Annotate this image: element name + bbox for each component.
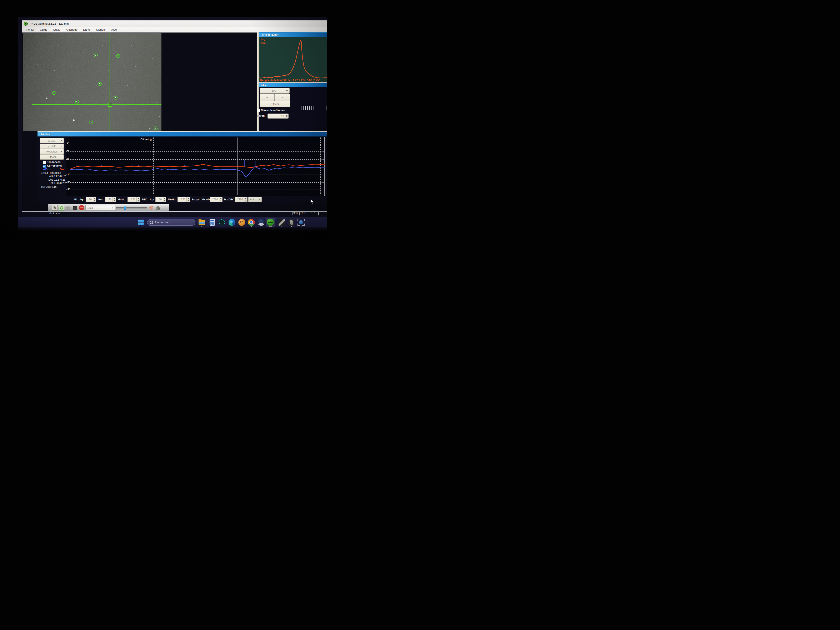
stretch-slider[interactable]	[116, 205, 147, 210]
correction-mark	[256, 161, 256, 167]
radius-label: Rayon:	[257, 114, 265, 117]
taskbar-app-grey[interactable]	[287, 218, 295, 226]
running-indicator	[251, 226, 252, 227]
guide-star-circle[interactable]	[52, 91, 56, 95]
ra-aggression-spinner[interactable]: 70	[86, 197, 96, 202]
taskbar-search[interactable]: Rechercher	[147, 219, 196, 226]
menu-item-fichier[interactable]: Fichier	[26, 28, 35, 31]
max-ra-spinner[interactable]: 2500	[210, 197, 223, 202]
loop-exposures-button[interactable]	[59, 205, 65, 211]
taskbar-settings-app[interactable]	[218, 218, 226, 226]
dec-minmove-spinner[interactable]: 0.31	[177, 197, 190, 202]
spinner-down-icon[interactable]	[286, 117, 287, 117]
taskbar-app-k[interactable]	[278, 218, 286, 226]
camera-settings-button[interactable]	[155, 205, 161, 211]
snipping-tool-icon	[297, 219, 305, 226]
dec-mode-select[interactable]: Auto	[248, 197, 262, 202]
menu-item-guide[interactable]: Guide	[40, 28, 47, 31]
menu-item-outils[interactable]: Outils	[53, 28, 60, 31]
star-profile-curve	[259, 37, 327, 82]
target-zoom-in-button[interactable]: +	[260, 94, 275, 101]
target-panel-title: Cible	[259, 83, 327, 87]
menu-item-aide[interactable]: Aide	[111, 28, 117, 31]
dec-minmove-label: MnMo	[168, 198, 175, 201]
menu-item-affichage[interactable]: Affichage	[66, 28, 77, 31]
search-icon	[150, 221, 153, 224]
guide-star-circle[interactable]	[89, 121, 93, 125]
dec-aggression-spinner[interactable]: 80	[155, 197, 166, 202]
taskbar-chrome[interactable]	[247, 218, 255, 226]
hysteresis-label: Hys	[98, 198, 103, 201]
dark-app-icon	[278, 219, 285, 226]
target-clear-button[interactable]: Effacer	[260, 101, 290, 107]
target-zoom-select[interactable]: 100	[260, 88, 290, 93]
history-clear-button[interactable]: Effacer	[40, 155, 64, 159]
spinner-up-icon[interactable]	[286, 115, 287, 115]
taskbar-calculator[interactable]	[208, 218, 216, 226]
auto-select-star-button[interactable]	[65, 205, 71, 211]
slider-handle[interactable]	[124, 206, 126, 210]
menu-item-signets[interactable]: Signets	[96, 28, 106, 31]
guide-target-icon	[72, 205, 78, 211]
hysteresis-spinner[interactable]: 10	[105, 197, 116, 202]
field-star	[38, 64, 38, 65]
radius-spinner[interactable]: 2.0	[267, 114, 289, 118]
field-star	[63, 83, 63, 84]
trend-checkbox[interactable]	[43, 161, 46, 164]
ra-minmove-spinner[interactable]: 0.31	[128, 197, 140, 202]
reference-circle-checkbox[interactable]	[257, 109, 260, 112]
begin-guiding-button[interactable]	[72, 205, 78, 211]
grey-app-icon	[289, 219, 294, 226]
guide-star-circle[interactable]	[94, 54, 98, 57]
maxdec-label: Mx DEC	[224, 198, 234, 201]
calculator-icon	[210, 219, 215, 226]
target-zoom-out-button[interactable]: -	[275, 94, 290, 101]
rms-total: Tot 0.20 (0.20")	[41, 182, 67, 185]
guide-star-circle[interactable]	[154, 126, 158, 130]
ra-aggression-label: AD : Agr	[73, 198, 84, 201]
taskbar-edge[interactable]	[228, 218, 236, 226]
running-indicator	[281, 226, 282, 227]
start-button[interactable]	[138, 219, 144, 225]
taskbar-firecapture[interactable]: FC	[238, 218, 246, 226]
history-xscale-select[interactable]: x: 100	[40, 138, 64, 143]
field-star	[46, 98, 47, 99]
field-star	[83, 52, 84, 52]
taskbar-file-explorer[interactable]	[198, 218, 206, 226]
lock-position-marker	[108, 103, 112, 107]
trend-label: Tendances	[47, 161, 60, 164]
crosshair-vertical-line	[110, 33, 110, 131]
ra-osc: RA Osc: 0.16	[41, 185, 57, 188]
taskbar-phd2-active[interactable]	[266, 218, 275, 227]
taskbar-snipping-tool[interactable]	[297, 218, 305, 226]
corrections-label: Corrections	[47, 164, 62, 167]
star-profile-panel-title: Profil de l'Étoile	[259, 33, 327, 37]
guide-star-circle[interactable]	[75, 100, 79, 104]
star-profile-title-text: Profil de l'Étoile	[261, 33, 278, 36]
history-yscale-select[interactable]: y: +/-4"	[40, 144, 64, 149]
field-star	[42, 87, 42, 88]
menu-item-darks[interactable]: Darks	[83, 28, 90, 31]
corrections-checkbox[interactable]	[43, 164, 46, 168]
gear-icon	[218, 219, 225, 226]
taskbar-stellarium[interactable]	[257, 218, 265, 226]
stop-button[interactable]: STOP	[79, 205, 84, 211]
guide-star-circle[interactable]	[116, 54, 120, 58]
crosshair-horizontal-line	[32, 104, 161, 104]
guide-star-circle[interactable]	[98, 82, 102, 86]
status-separator	[318, 211, 319, 215]
guide-star-circle[interactable]	[114, 96, 117, 99]
advanced-settings-button[interactable]	[148, 205, 154, 211]
field-star	[39, 120, 40, 121]
exposure-select[interactable]: 1.5 s ▾	[85, 205, 115, 210]
star-icon	[66, 205, 71, 210]
guide-camera-image[interactable]	[23, 33, 161, 131]
field-star	[71, 66, 71, 67]
ra-minmove-label: MnMo	[118, 198, 125, 201]
connect-equipment-button[interactable]	[52, 205, 58, 211]
max-dec-spinner[interactable]: 2790	[235, 197, 248, 202]
history-settings-button[interactable]: Réglages	[40, 149, 64, 154]
toolbar-grip[interactable]	[50, 205, 51, 210]
edge-icon	[229, 219, 235, 226]
field-star	[152, 58, 153, 58]
